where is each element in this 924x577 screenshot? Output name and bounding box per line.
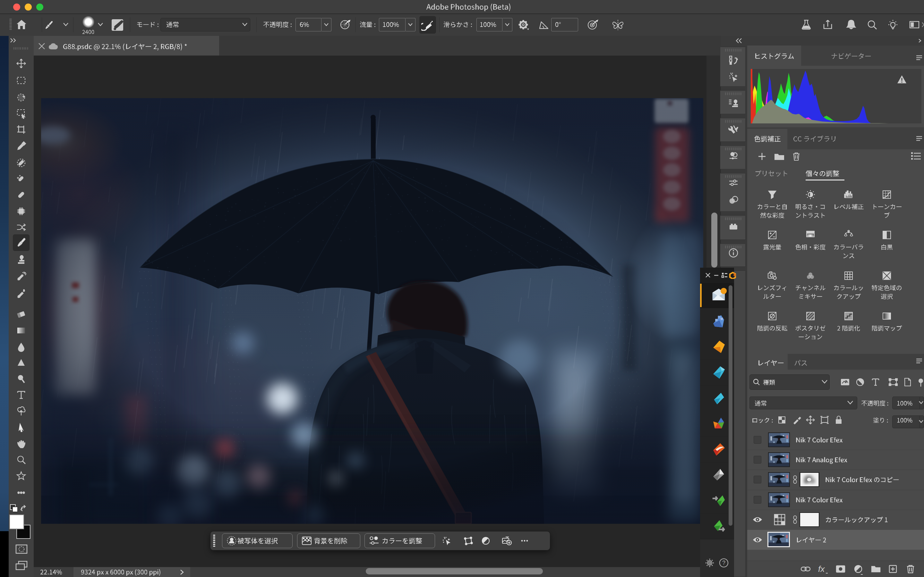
svg-text:fx: fx [818, 565, 825, 574]
svg-text:?: ? [722, 560, 725, 566]
